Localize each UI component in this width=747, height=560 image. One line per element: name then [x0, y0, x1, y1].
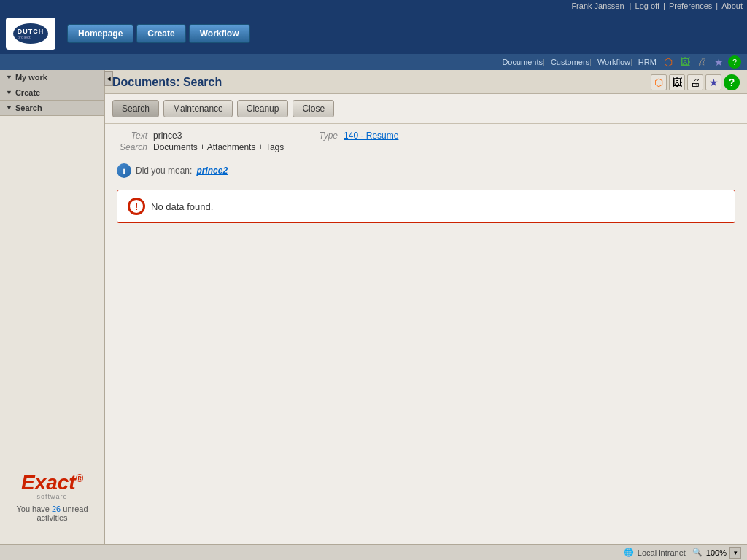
- type-value-link[interactable]: 140 - Resume: [344, 131, 398, 141]
- secondary-nav: Documents | Customers | Workflow | HRM ⬡…: [0, 54, 747, 70]
- content-help-icon[interactable]: ?: [724, 74, 740, 90]
- logo: DUTCH project: [6, 18, 55, 50]
- my-work-label: My work: [15, 73, 47, 82]
- search-button[interactable]: Search: [112, 100, 159, 117]
- print-icon[interactable]: 🖨: [694, 55, 709, 69]
- create-label: Create: [15, 88, 40, 97]
- unread-activities-label: activities: [36, 513, 67, 522]
- create-header[interactable]: ▼ Create: [0, 85, 104, 100]
- unread-count[interactable]: 26: [52, 505, 61, 513]
- homepage-button[interactable]: Homepage: [67, 24, 133, 43]
- hrm-nav-link[interactable]: HRM: [638, 58, 657, 66]
- content-rss-icon[interactable]: ⬡: [651, 74, 667, 90]
- top-bar: Frank Janssen | Log off | Preferences | …: [0, 0, 747, 13]
- text-value: prince3: [150, 130, 287, 141]
- workflow-nav-link[interactable]: Workflow: [597, 58, 630, 66]
- logo-dutch: DUTCH: [18, 28, 44, 35]
- exact-registered: ®: [76, 472, 83, 484]
- rss-icon[interactable]: ⬡: [661, 55, 676, 69]
- close-button[interactable]: Close: [293, 100, 334, 117]
- search-details: Text prince3 Type 140 - Resume Search Do…: [105, 124, 747, 159]
- exact-software-logo: Exact® software: [6, 472, 98, 500]
- create-button[interactable]: Create: [136, 24, 185, 43]
- content-bookmark-icon[interactable]: ★: [705, 74, 721, 90]
- type-label: Type: [316, 130, 341, 141]
- action-buttons: Search Maintenance Cleanup Close: [105, 94, 747, 124]
- text-label: Text: [117, 130, 150, 141]
- no-data-message: No data found.: [151, 201, 213, 212]
- documents-nav-link[interactable]: Documents: [502, 58, 543, 66]
- zoom-control: 🔍 100% ▾: [692, 547, 741, 559]
- search-section: ▼ Search: [0, 101, 104, 116]
- zoom-dropdown-button[interactable]: ▾: [729, 547, 741, 559]
- unread-suffix: unread: [61, 505, 88, 513]
- sidebar: ◄ ▼ My work ▼ Create ▼ Search Exact® s: [0, 70, 105, 544]
- toolbar-icons: ⬡ 🖼 🖨 ★ ?: [661, 55, 741, 69]
- content-toolbar-icons: ⬡ 🖼 🖨 ★ ?: [651, 74, 740, 90]
- content-image-icon[interactable]: 🖼: [669, 74, 685, 90]
- image-icon[interactable]: 🖼: [678, 55, 692, 69]
- cleanup-button[interactable]: Cleanup: [237, 100, 289, 117]
- error-icon: !: [128, 198, 145, 215]
- user-name: Frank Janssen: [571, 1, 624, 10]
- search-arrow: ▼: [6, 104, 12, 112]
- status-bar: 🌐 Local intranet 🔍 100% ▾: [0, 544, 747, 560]
- content-header: Documents: Search ⬡ 🖼 🖨 ★ ?: [105, 70, 747, 94]
- exact-logo-text: Exact®: [6, 472, 98, 493]
- about-link[interactable]: About: [721, 1, 743, 10]
- my-work-header[interactable]: ▼ My work: [0, 70, 104, 85]
- info-icon: i: [117, 163, 131, 178]
- maintenance-button[interactable]: Maintenance: [163, 100, 233, 117]
- search-section-label: Search: [15, 104, 42, 112]
- workflow-button[interactable]: Workflow: [189, 24, 250, 43]
- sidebar-collapse-button[interactable]: ◄: [104, 71, 113, 86]
- create-section: ▼ Create: [0, 85, 104, 101]
- create-arrow: ▼: [6, 89, 12, 96]
- suggestion-prefix: Did you mean:: [136, 166, 192, 176]
- main-layout: ◄ ▼ My work ▼ Create ▼ Search Exact® s: [0, 70, 747, 544]
- unread-activities: You have 26 unread activities: [0, 505, 104, 522]
- zoom-icon: 🔍: [692, 547, 703, 559]
- customers-nav-link[interactable]: Customers: [551, 58, 589, 66]
- unread-prefix: You have: [16, 505, 52, 513]
- suggestion-area: i Did you mean: prince2: [105, 159, 747, 182]
- exact-software-label: software: [6, 493, 98, 500]
- bookmark-icon[interactable]: ★: [711, 55, 726, 69]
- my-work-arrow: ▼: [6, 74, 12, 81]
- help-icon[interactable]: ?: [728, 55, 741, 69]
- zoom-level: 100%: [706, 548, 727, 557]
- page-title: Documents: Search: [112, 76, 222, 89]
- suggestion-link[interactable]: prince2: [196, 166, 228, 176]
- content-area: Documents: Search ⬡ 🖼 🖨 ★ ? Search Maint…: [105, 70, 747, 544]
- logo-project: project: [18, 35, 44, 39]
- globe-icon: 🌐: [623, 547, 635, 559]
- header: DUTCH project Homepage Create Workflow: [0, 13, 747, 54]
- nav-buttons: Homepage Create Workflow: [67, 24, 250, 43]
- search-value: Documents + Attachments + Tags: [150, 141, 287, 153]
- content-print-icon[interactable]: 🖨: [687, 74, 703, 90]
- logoff-link[interactable]: Log off: [635, 1, 659, 10]
- search-section-header[interactable]: ▼ Search: [0, 101, 104, 115]
- intranet-status: 🌐 Local intranet: [623, 547, 686, 559]
- search-label: Search: [117, 141, 150, 153]
- preferences-link[interactable]: Preferences: [669, 1, 712, 10]
- my-work-section: ▼ My work: [0, 70, 104, 85]
- no-data-box: ! No data found.: [117, 190, 735, 223]
- intranet-label: Local intranet: [638, 548, 686, 557]
